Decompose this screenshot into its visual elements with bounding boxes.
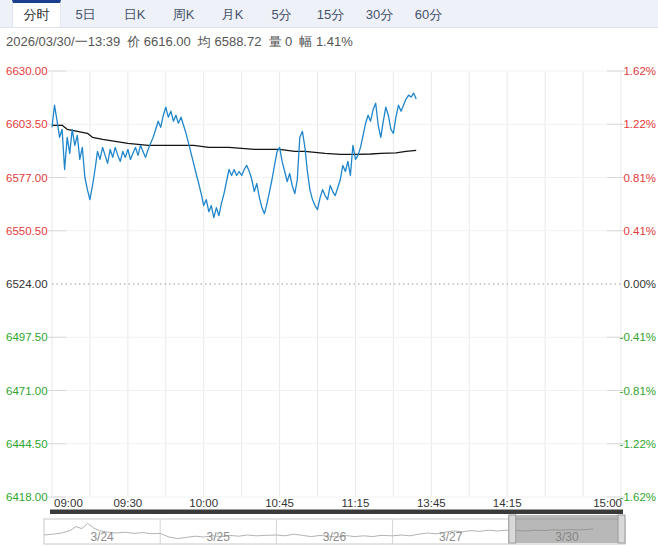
price-axis-label: 6630.00: [6, 65, 48, 77]
pct-axis-label: 0.41%: [623, 225, 656, 237]
price-axis-label: 6497.50: [6, 331, 48, 343]
navigator-window[interactable]: [509, 515, 625, 543]
navigator-date-label: 3/27: [439, 530, 463, 544]
tab-period-1[interactable]: 5日: [61, 0, 110, 27]
price-axis-label: 6603.50: [6, 118, 48, 130]
tab-period-6[interactable]: 15分: [306, 0, 355, 27]
navigator-date-label: 3/25: [207, 530, 231, 544]
time-axis-label: 11:15: [341, 497, 369, 509]
tab-period-3[interactable]: 周K: [159, 0, 208, 27]
quote-infobar: 2026/03/30/一13:39 价 6616.00 均 6588.72 量 …: [0, 29, 658, 55]
pct-axis-label: -1.62%: [620, 491, 656, 503]
time-axis-label: 10:45: [265, 497, 294, 509]
time-axis-label: 14:15: [493, 497, 522, 509]
tab-period-5[interactable]: 5分: [257, 0, 306, 27]
time-axis-label: 15:00: [593, 497, 622, 509]
period-tabbar: 分时5日日K周K月K5分15分30分60分: [0, 0, 658, 28]
price-axis-label: 6577.00: [6, 172, 48, 184]
info-volume: 量 0: [268, 33, 292, 51]
price-axis-label: 6471.00: [6, 385, 48, 397]
intraday-chart: 6630.001.62%6603.501.22%6577.000.81%6550…: [0, 0, 658, 547]
navigator-handle-left[interactable]: [509, 515, 516, 543]
tab-period-7[interactable]: 30分: [355, 0, 404, 27]
tab-period-2[interactable]: 日K: [110, 0, 159, 27]
tab-period-8[interactable]: 60分: [404, 0, 453, 27]
navigator-handle-right[interactable]: [618, 515, 625, 543]
price-axis-label: 6444.50: [6, 438, 48, 450]
pct-axis-label: -1.22%: [620, 438, 656, 450]
pct-axis-label: 0.81%: [623, 172, 656, 184]
pct-axis-label: -0.81%: [620, 385, 656, 397]
price-line: [52, 93, 416, 218]
time-axis-label: 13:45: [417, 497, 446, 509]
price-axis-label: 6418.00: [6, 491, 48, 503]
axis-divider-bar: [50, 510, 623, 515]
info-price: 价 6616.00: [127, 33, 191, 51]
time-axis-label: 10:00: [189, 497, 218, 509]
info-average: 均 6588.72: [198, 33, 262, 51]
price-axis-label: 6550.50: [6, 225, 48, 237]
navigator-date-label: 3/24: [90, 530, 114, 544]
pct-axis-label: 1.62%: [623, 65, 656, 77]
time-axis-label: 09:00: [54, 497, 83, 509]
tab-period-4[interactable]: 月K: [208, 0, 257, 27]
pct-axis-label: -0.41%: [620, 331, 656, 343]
tab-period-0[interactable]: 分时: [12, 0, 61, 27]
pct-axis-label: 0.00%: [623, 278, 656, 290]
time-axis-label: 09:30: [113, 497, 142, 509]
pct-axis-label: 1.22%: [623, 118, 656, 130]
info-datetime: 2026/03/30/一13:39: [6, 33, 120, 51]
price-axis-label: 6524.00: [6, 278, 48, 290]
navigator-date-label: 3/26: [323, 530, 347, 544]
info-range: 幅 1.41%: [299, 33, 352, 51]
